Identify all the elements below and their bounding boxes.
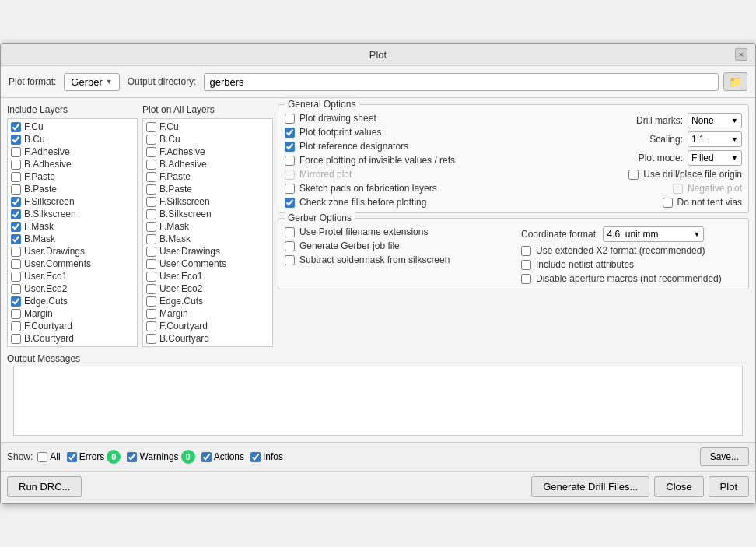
- option-checkbox[interactable]: [521, 246, 531, 256]
- layer-checkbox[interactable]: [146, 247, 156, 257]
- list-item: B.Paste: [143, 183, 272, 195]
- layer-checkbox[interactable]: [11, 135, 21, 145]
- layer-checkbox[interactable]: [11, 309, 21, 319]
- layer-label: F.Silkscreen: [24, 196, 75, 207]
- layer-checkbox[interactable]: [11, 259, 21, 269]
- layer-checkbox[interactable]: [11, 122, 21, 132]
- list-item: User.Comments: [8, 258, 137, 270]
- show-errors-option: Errors 0: [67, 450, 121, 464]
- layer-checkbox[interactable]: [11, 321, 21, 331]
- option-checkbox[interactable]: [285, 255, 295, 265]
- layer-checkbox[interactable]: [11, 209, 21, 219]
- layer-checkbox[interactable]: [146, 321, 156, 331]
- layer-checkbox[interactable]: [146, 234, 156, 244]
- layer-checkbox[interactable]: [11, 184, 21, 195]
- output-dir-input[interactable]: [204, 73, 719, 91]
- layer-checkbox[interactable]: [146, 184, 156, 195]
- show-infos-checkbox[interactable]: [250, 452, 261, 462]
- option-select[interactable]: None▼: [688, 113, 742, 128]
- layer-checkbox[interactable]: [11, 147, 21, 157]
- layer-label: User.Eco2: [159, 283, 202, 294]
- layer-checkbox[interactable]: [146, 284, 156, 294]
- option-checkbox[interactable]: [285, 184, 295, 194]
- close-button[interactable]: Close: [654, 476, 703, 497]
- option-checkbox[interactable]: [285, 114, 295, 124]
- layer-checkbox[interactable]: [146, 147, 156, 157]
- generate-drill-button[interactable]: Generate Drill Files...: [531, 476, 649, 497]
- show-errors-checkbox[interactable]: [67, 452, 77, 462]
- layer-checkbox[interactable]: [11, 272, 21, 282]
- layer-checkbox[interactable]: [11, 160, 21, 170]
- run-drc-button[interactable]: Run DRC...: [7, 476, 82, 497]
- show-warnings-checkbox[interactable]: [127, 452, 137, 462]
- gerber-options-box: Gerber Options Use Protel filename exten…: [278, 218, 749, 289]
- option-row: Mirrored plot: [285, 169, 506, 180]
- layer-checkbox[interactable]: [146, 334, 156, 344]
- layer-checkbox[interactable]: [146, 296, 156, 307]
- layer-checkbox[interactable]: [146, 197, 156, 207]
- option-checkbox[interactable]: [663, 198, 673, 208]
- list-item: B.Adhesive: [8, 158, 137, 170]
- list-item: F.Cu: [143, 121, 272, 133]
- layer-checkbox[interactable]: [146, 160, 156, 170]
- layer-checkbox[interactable]: [11, 247, 21, 257]
- list-item: F.Silkscreen: [143, 195, 272, 208]
- option-row: Coordinate format:4.6, unit mm▼: [521, 226, 742, 242]
- layer-checkbox[interactable]: [146, 135, 156, 145]
- list-item: Margin: [8, 307, 137, 320]
- output-messages-container: Output Messages: [1, 353, 755, 442]
- layer-checkbox[interactable]: [146, 122, 156, 132]
- list-item: F.Adhesive: [8, 146, 137, 158]
- format-dropdown[interactable]: Gerber ▼: [64, 73, 119, 91]
- option-checkbox[interactable]: [285, 198, 295, 208]
- close-icon[interactable]: ×: [735, 48, 747, 61]
- option-select[interactable]: 1:1▼: [688, 131, 742, 147]
- layer-label: B.Adhesive: [24, 159, 72, 170]
- main-content: Include Layers F.CuB.CuF.AdhesiveB.Adhes…: [1, 98, 755, 353]
- option-checkbox[interactable]: [285, 156, 295, 166]
- plot-dialog: Plot × Plot format: Gerber ▼ Output dire…: [0, 43, 756, 504]
- layer-label: User.Comments: [159, 258, 226, 269]
- option-row: Plot mode:Filled▼: [521, 150, 742, 166]
- layer-checkbox[interactable]: [146, 259, 156, 269]
- option-checkbox[interactable]: [285, 128, 295, 138]
- layer-label: B.Cu: [159, 134, 180, 145]
- show-warnings-option: Warnings 0: [127, 450, 194, 464]
- plot-button[interactable]: Plot: [709, 476, 749, 497]
- option-checkbox[interactable]: [521, 274, 531, 284]
- dialog-title: Plot: [21, 49, 735, 61]
- layer-checkbox[interactable]: [11, 296, 21, 307]
- show-all-checkbox[interactable]: [37, 452, 47, 462]
- save-button[interactable]: Save...: [700, 447, 749, 466]
- option-checkbox[interactable]: [285, 227, 295, 237]
- layer-checkbox[interactable]: [11, 197, 21, 207]
- layer-checkbox[interactable]: [11, 334, 21, 344]
- list-item: User.Drawings: [8, 245, 137, 258]
- bottom-bar: Show: All Errors 0 Warnings 0 Actions: [1, 442, 755, 471]
- option-checkbox[interactable]: [285, 142, 295, 152]
- option-select[interactable]: Filled▼: [688, 150, 742, 166]
- layer-checkbox[interactable]: [146, 272, 156, 282]
- layer-label: F.Cu: [24, 121, 44, 132]
- browse-folder-button[interactable]: 📁: [723, 72, 747, 91]
- layer-checkbox[interactable]: [11, 234, 21, 244]
- show-actions-checkbox[interactable]: [201, 452, 212, 462]
- option-label: Generate Gerber job file: [299, 240, 400, 251]
- general-options-title: General Options: [285, 99, 359, 110]
- layer-checkbox[interactable]: [11, 222, 21, 232]
- layer-checkbox[interactable]: [146, 172, 156, 182]
- layer-label: User.Eco1: [24, 271, 67, 282]
- layer-checkbox[interactable]: [11, 284, 21, 294]
- layer-checkbox[interactable]: [11, 172, 21, 182]
- layer-checkbox[interactable]: [146, 309, 156, 319]
- list-item: B.Silkscreen: [143, 208, 272, 220]
- warnings-badge: 0: [181, 450, 195, 464]
- option-row: Check zone fills before plotting: [285, 197, 506, 208]
- option-checkbox[interactable]: [285, 241, 295, 251]
- layer-checkbox[interactable]: [146, 222, 156, 232]
- option-checkbox[interactable]: [628, 170, 639, 180]
- option-label: Use drill/place file origin: [643, 169, 742, 180]
- option-select[interactable]: 4.6, unit mm▼: [603, 226, 704, 242]
- layer-checkbox[interactable]: [146, 209, 156, 219]
- option-checkbox[interactable]: [521, 260, 531, 270]
